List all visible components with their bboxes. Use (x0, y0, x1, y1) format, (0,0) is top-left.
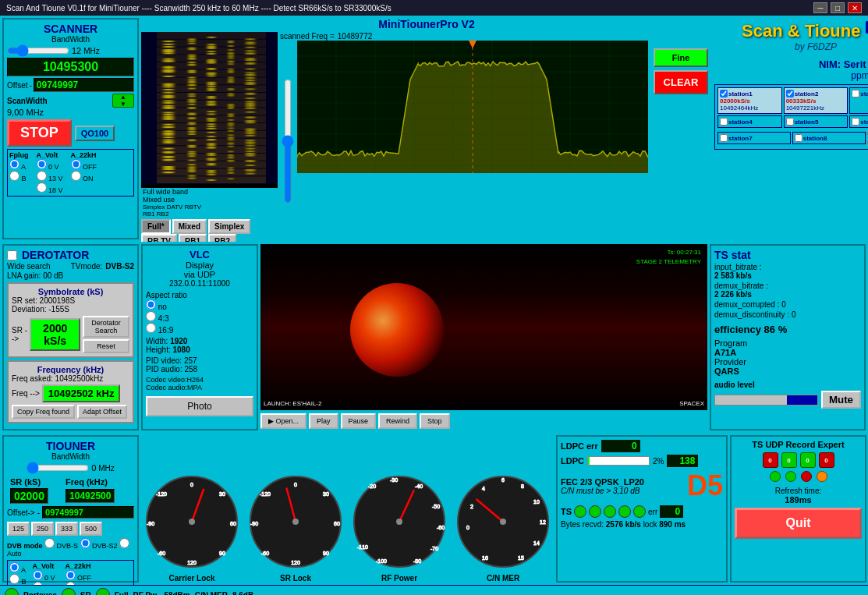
close-button[interactable]: ✕ (848, 2, 862, 13)
svg-text:0: 0 (466, 525, 469, 530)
fplug-b-radio[interactable] (9, 171, 19, 181)
ppm-label: ppm corr (851, 70, 868, 81)
expert-led-4[interactable]: 0 (819, 452, 834, 468)
fplug2-b-radio[interactable] (9, 574, 19, 584)
station8-checkbox[interactable] (795, 134, 802, 142)
tone-on-radio[interactable] (71, 171, 81, 181)
b-radio-label: B (9, 175, 27, 182)
rf-pw-val: -58dBm (161, 591, 190, 596)
station7-checkbox[interactable] (720, 134, 728, 142)
adapt-offset-button[interactable]: Adapt Offset (77, 405, 127, 419)
dvb-badge: DVB (866, 21, 868, 34)
svg-text:-60: -60 (158, 551, 165, 556)
svg-text:-100: -100 (376, 558, 387, 564)
audio-level-fill (787, 395, 817, 405)
station3-checkbox[interactable] (852, 90, 859, 97)
tone-off-radio[interactable] (71, 159, 81, 169)
svg-text:-70: -70 (430, 546, 438, 551)
fine-button[interactable]: Fine (654, 48, 708, 67)
sr-500-button[interactable]: 500 (80, 522, 102, 536)
rf-power-gauge: -20 -30 -40 -50 -60 -70 -80 -100 -110 RF… (349, 471, 450, 583)
station1-checkbox[interactable] (720, 90, 728, 97)
tiouner-bw-slider[interactable] (27, 462, 89, 473)
fine-clear-panel: Fine CLEAR (650, 41, 712, 241)
ar-no-radio[interactable] (146, 299, 156, 310)
refresh-val: 189ms (735, 495, 862, 505)
ar-169-radio[interactable] (146, 323, 156, 333)
ldpc-err-val: 0 (601, 440, 640, 452)
fplug2-a-radio[interactable] (9, 562, 19, 572)
sr-125-button[interactable]: 125 (7, 522, 30, 536)
expert-led-1[interactable]: 0 (763, 452, 778, 468)
quit-button[interactable]: Quit (735, 508, 862, 539)
station8-box[interactable]: station8 (792, 132, 866, 144)
ar-43-radio[interactable] (146, 311, 156, 321)
simplex-button[interactable]: Simplex (208, 219, 250, 234)
station7-box[interactable]: station7 (717, 132, 791, 144)
expert-led-2[interactable]: 0 (781, 452, 797, 468)
station2-checkbox[interactable] (786, 90, 794, 97)
scan-width-toggle[interactable]: ▲▼ (112, 94, 134, 108)
sr-lock-svg: 0 30 60 90 120 -60 -90 -120 (245, 471, 346, 572)
vertical-slider[interactable] (282, 79, 294, 204)
station6-checkbox[interactable] (852, 118, 859, 126)
expert-indicators (735, 471, 862, 482)
sr-val-button[interactable]: 2000 kS/s (30, 318, 80, 351)
derotator-search-button[interactable]: DerotatorSearch (83, 316, 129, 338)
svg-text:-20: -20 (368, 483, 376, 489)
svg-text:-90: -90 (147, 521, 154, 526)
station2-box[interactable]: station2 00333kS/s 10497221kHz (784, 87, 849, 114)
full-button[interactable]: Full* (141, 219, 171, 234)
qo100-button[interactable]: QO100 (75, 126, 115, 141)
copy-freq-button[interactable]: Copy Freq found (12, 405, 75, 419)
dvbs-radio[interactable] (44, 538, 55, 548)
fec-label: FEC 2/3 QPSK_LP20 (561, 477, 644, 487)
mute-button[interactable]: Mute (821, 391, 861, 409)
ldpc-num-val: 138 (667, 455, 698, 467)
expert-led-3[interactable]: 0 (800, 452, 816, 468)
stop-button[interactable]: STOP (7, 119, 72, 147)
mixed-button[interactable]: Mixed (172, 219, 207, 234)
dvbs2-radio[interactable] (80, 538, 90, 548)
pid-video-row: PID video: 257 (146, 356, 253, 365)
maximize-button[interactable]: □ (831, 2, 845, 13)
volt-0-radio[interactable] (37, 159, 47, 169)
volt-18-radio[interactable] (37, 182, 47, 193)
freq-val-button[interactable]: 10492502 kHz (42, 384, 121, 402)
pause-button[interactable]: Pause (341, 413, 377, 429)
cn-mer-label: C/N MER (487, 574, 519, 583)
station1-box[interactable]: station1 02000kS/s 10492464kHz (717, 87, 782, 114)
tvmode-label: TVmode: (71, 262, 103, 271)
sr-250-button[interactable]: 250 (31, 522, 54, 536)
station5-box[interactable]: station5 (784, 115, 849, 128)
station4-checkbox[interactable] (720, 118, 728, 126)
station6-box[interactable]: station6 (849, 115, 868, 128)
station4-box[interactable]: station4 (717, 115, 782, 128)
rewind-button[interactable]: Rewind (378, 413, 417, 429)
bandwidth-slider[interactable] (7, 45, 69, 56)
minimize-button[interactable]: ─ (813, 2, 827, 13)
sr-333-button[interactable]: 333 (55, 522, 78, 536)
auto-radio[interactable] (119, 538, 129, 548)
cn-must-label: C/N must be > 3,10 dB (561, 487, 644, 495)
tone2-off-radio[interactable] (66, 570, 76, 580)
porteuse-light (5, 588, 19, 595)
wide-search-checkbox[interactable] (7, 250, 17, 260)
play-button[interactable]: Play (309, 413, 338, 429)
open-button[interactable]: ▶ Open... (260, 413, 306, 429)
reset-button[interactable]: Reset (83, 339, 129, 353)
err-label: err (648, 508, 657, 516)
fplug-a-radio[interactable] (9, 159, 19, 169)
carrier-lock-gauge: 0 30 60 90 120 -60 -90 -120 Carrier Lock (141, 471, 243, 583)
photo-button[interactable]: Photo (146, 396, 253, 416)
station3-box[interactable]: station3 (849, 87, 868, 114)
clear-button[interactable]: CLEAR (654, 70, 708, 94)
stop-transport-button[interactable]: Stop (420, 413, 450, 429)
volt-13-radio[interactable] (37, 171, 47, 181)
station5-checkbox[interactable] (786, 118, 794, 126)
svg-text:30: 30 (323, 491, 329, 497)
porteuse-label: Porteuse (23, 591, 57, 596)
audio-level-bar (714, 395, 818, 406)
ts-light-1 (574, 505, 586, 518)
volt2-0-radio[interactable] (33, 570, 43, 580)
